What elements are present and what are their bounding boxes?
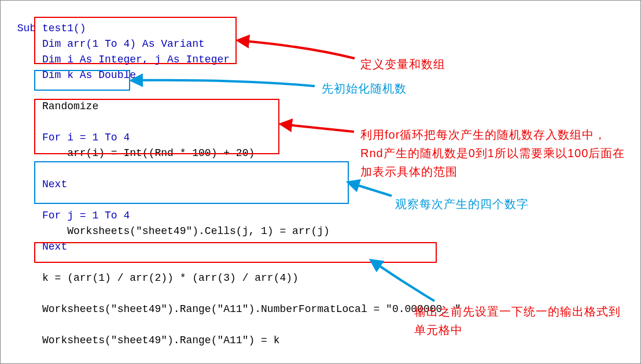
code-line: Worksheets("sheet49").Cells(j, 1) = arr(… [11,225,330,237]
code-line: Randomize [11,101,98,112]
code-line: arr(i) = Int((Rnd * 100) + 20) [11,147,255,159]
annotation-for-loop: 利用for循环把每次产生的随机数存入数组中，Rnd产生的随机数是0到1所以需要乘… [360,125,627,181]
code-line: Next [11,179,67,190]
code-line: For i = 1 To 4 [11,132,130,143]
code-line: Dim i As Integer, j As Integer [11,54,230,65]
code-line: Worksheets("sheet49").Range("A11").Numbe… [11,303,461,315]
code-line: Dim k As Double [11,69,136,81]
code-line: Next [11,241,67,252]
code-line: Dim arr(1 To 4) As Variant [11,38,205,50]
code-line: For j = 1 To 4 [11,210,130,221]
annotation-init-random: 先初始化随机数 [322,79,407,98]
annotation-define-vars: 定义变量和数组 [360,55,445,73]
annotation-observe: 观察每次产生的四个数字 [395,195,529,213]
code-line: k = (arr(1) / arr(2)) * (arr(3) / arr(4)… [11,272,299,284]
code-line: Worksheets("sheet49").Range("A11") = k [11,335,279,346]
annotation-output-format: 输出之前先设置一下统一的输出格式到单元格中 [414,302,622,339]
code-line: Sub test1() [11,23,86,34]
